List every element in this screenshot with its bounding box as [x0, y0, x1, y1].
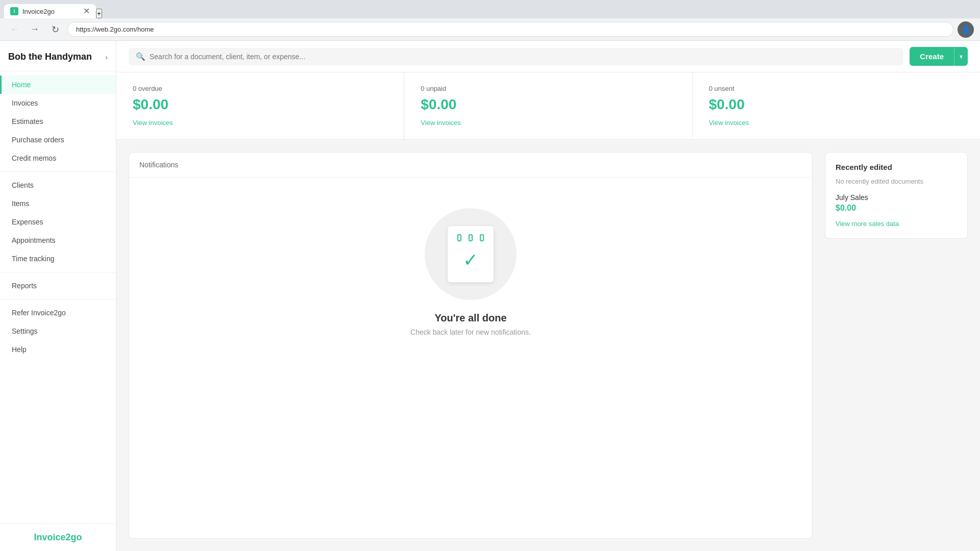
sidebar-item-items[interactable]: Items [0, 194, 116, 213]
sidebar-item-expenses[interactable]: Expenses [0, 213, 116, 231]
notifications-panel: Notifications ✓ You're all [129, 152, 813, 539]
stat-overdue-link[interactable]: View invoices [133, 119, 173, 127]
stat-unpaid-amount: $0.00 [421, 96, 675, 113]
all-done-subtitle: Check back later for new notifications. [410, 328, 531, 336]
sidebar-item-appointments[interactable]: Appointments [0, 231, 116, 249]
stat-overdue-count: 0 overdue [133, 85, 162, 92]
sidebar-header: Bob the Handyman › [0, 41, 116, 71]
back-button[interactable]: ← [6, 21, 22, 38]
sidebar-item-settings[interactable]: Settings [0, 322, 116, 340]
sidebar-item-estimates[interactable]: Estimates [0, 112, 116, 131]
logo-text: Invoice2go [34, 532, 82, 543]
browser-chrome: i Invoice2go ✕ + ← → ↻ 👤 [0, 0, 980, 41]
nav-divider-1 [0, 171, 116, 172]
nav-divider-2 [0, 272, 116, 272]
spiral-hole-3 [480, 234, 484, 241]
content-area: Notifications ✓ You're all [116, 140, 980, 551]
url-bar[interactable] [67, 22, 953, 37]
profile-button[interactable]: 👤 [958, 21, 974, 38]
tab-favicon: i [10, 7, 18, 15]
stat-unsent-link[interactable]: View invoices [709, 119, 749, 127]
sidebar-item-home[interactable]: Home [0, 76, 116, 94]
sidebar: Bob the Handyman › Home Invoices Estimat… [0, 41, 116, 551]
sidebar-item-help[interactable]: Help [0, 340, 116, 359]
stat-unpaid-count: 0 unpaid [421, 85, 446, 92]
main-content: 🔍 Create ▾ 0 overdue $0.00 View invoices… [116, 41, 980, 551]
stat-unpaid-link[interactable]: View invoices [421, 119, 461, 127]
stat-unsent: 0 unsent $0.00 View invoices [693, 72, 980, 139]
all-done-title: You're all done [434, 312, 506, 324]
stat-unsent-count: 0 unsent [709, 85, 734, 92]
spiral-hole-1 [457, 234, 461, 241]
sidebar-nav: Home Invoices Estimates Purchase orders … [0, 71, 116, 523]
july-sales-amount: $0.00 [836, 204, 957, 213]
sidebar-item-credit-memos[interactable]: Credit memos [0, 149, 116, 167]
notebook-graphic: ✓ [448, 226, 494, 282]
create-dropdown-button[interactable]: ▾ [954, 48, 968, 65]
create-button[interactable]: Create [910, 47, 954, 66]
stat-unsent-amount: $0.00 [709, 96, 964, 113]
top-bar: 🔍 Create ▾ [116, 41, 980, 72]
sidebar-item-reports[interactable]: Reports [0, 277, 116, 295]
sidebar-logo: Invoice2go [8, 532, 108, 543]
tab-bar: i Invoice2go ✕ + [0, 0, 980, 18]
new-tab-button[interactable]: + [96, 9, 102, 18]
active-tab[interactable]: i Invoice2go ✕ [4, 4, 96, 18]
stat-unsent-label: 0 unsent [709, 85, 964, 92]
checkmark-icon: ✓ [463, 249, 478, 271]
stats-row: 0 overdue $0.00 View invoices 0 unpaid $… [116, 72, 980, 140]
nav-divider-3 [0, 299, 116, 299]
stat-overdue-label: 0 overdue [133, 85, 387, 92]
sidebar-footer: Invoice2go [0, 523, 116, 551]
all-done-illustration: ✓ [425, 208, 517, 300]
sidebar-item-refer[interactable]: Refer Invoice2go [0, 304, 116, 322]
right-panel: Recently edited No recently edited docum… [825, 152, 968, 539]
tab-title: Invoice2go [22, 8, 55, 15]
sidebar-item-clients[interactable]: Clients [0, 176, 116, 194]
notifications-body: ✓ You're all done Check back later for n… [129, 178, 812, 367]
search-icon: 🔍 [136, 52, 145, 61]
stat-unpaid-label: 0 unpaid [421, 85, 675, 92]
recently-edited-section: Recently edited No recently edited docum… [825, 152, 968, 239]
business-name: Bob the Handyman [8, 51, 92, 63]
close-tab-button[interactable]: ✕ [83, 7, 90, 15]
stat-overdue-amount: $0.00 [133, 96, 387, 113]
search-wrapper: 🔍 [129, 48, 903, 65]
stat-overdue: 0 overdue $0.00 View invoices [116, 72, 404, 139]
sidebar-item-purchase-orders[interactable]: Purchase orders [0, 131, 116, 149]
sidebar-collapse-button[interactable]: › [105, 53, 108, 61]
app-wrapper: Bob the Handyman › Home Invoices Estimat… [0, 0, 980, 551]
spiral-holes [457, 234, 484, 241]
notifications-header: Notifications [129, 153, 812, 178]
reload-button[interactable]: ↻ [47, 21, 63, 38]
forward-button[interactable]: → [27, 21, 43, 38]
spiral-hole-2 [469, 234, 473, 241]
stat-unpaid: 0 unpaid $0.00 View invoices [404, 72, 692, 139]
no-recently-edited-text: No recently edited documents [836, 178, 957, 185]
sidebar-item-time-tracking[interactable]: Time tracking [0, 249, 116, 268]
view-more-sales-link[interactable]: View more sales data [836, 220, 899, 228]
july-sales-title: July Sales [836, 193, 957, 202]
create-button-wrapper: Create ▾ [910, 47, 968, 66]
sidebar-item-invoices[interactable]: Invoices [0, 94, 116, 112]
search-input[interactable] [150, 53, 896, 61]
browser-nav-bar: ← → ↻ 👤 [0, 18, 980, 41]
recently-edited-title: Recently edited [836, 163, 957, 171]
